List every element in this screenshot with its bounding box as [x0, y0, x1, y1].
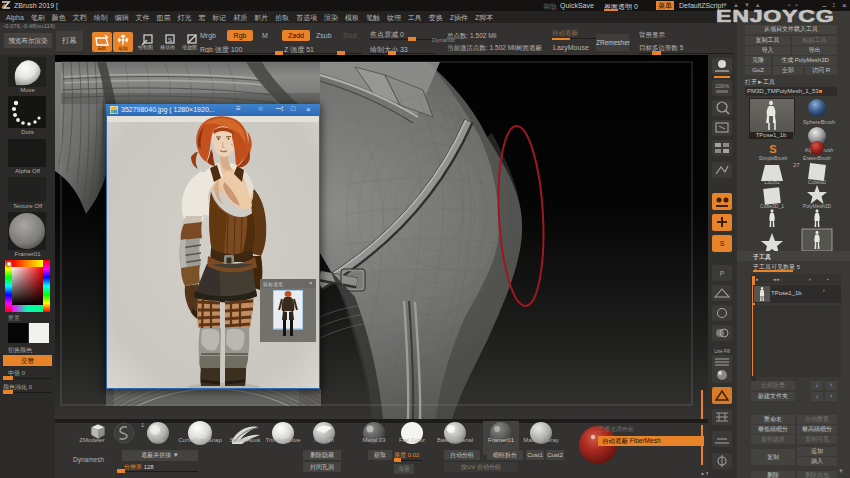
svg-text:Cube3D: Cube3D — [808, 179, 827, 185]
svg-text:hPolish: hPolish — [314, 437, 334, 443]
svg-text:Flat Color: Flat Color — [399, 437, 425, 443]
svg-text:27: 27 — [793, 162, 800, 168]
svg-text:MatCap Gray: MatCap Gray — [523, 437, 559, 443]
svg-text:S: S — [720, 240, 725, 247]
svg-text:1: 1 — [141, 422, 145, 428]
svg-text:100%: 100% — [715, 83, 729, 89]
svg-text:PolyMesh3D: PolyMesh3D — [803, 203, 832, 209]
svg-text:Framer01: Framer01 — [488, 437, 515, 443]
svg-text:S: S — [769, 143, 776, 155]
svg-text:Line Fill: Line Fill — [714, 349, 730, 354]
svg-text:BasicMaterial: BasicMaterial — [437, 437, 473, 443]
svg-text:EraserBrush: EraserBrush — [803, 155, 831, 161]
svg-text:ZModeler: ZModeler — [79, 437, 104, 443]
svg-text:绘制: 绘制 — [119, 46, 129, 51]
svg-text:TrimAdaptive: TrimAdaptive — [265, 437, 301, 443]
svg-text:Inflat: Inflat — [151, 437, 164, 443]
svg-text:S: S — [168, 37, 172, 43]
svg-text:SphereBrush: SphereBrush — [803, 119, 835, 125]
svg-text:L3Dcl2: L3Dcl2 — [764, 179, 780, 185]
svg-text:CurveTubeSnap: CurveTubeSnap — [178, 437, 222, 443]
svg-text:SimpleBrush: SimpleBrush — [759, 155, 788, 161]
svg-text:Cube3D_1: Cube3D_1 — [760, 203, 784, 209]
svg-text:SnakeHook: SnakeHook — [229, 437, 261, 443]
svg-text:Edit: Edit — [98, 46, 107, 51]
svg-text:P: P — [720, 270, 725, 277]
svg-text:Metal 03: Metal 03 — [362, 437, 386, 443]
